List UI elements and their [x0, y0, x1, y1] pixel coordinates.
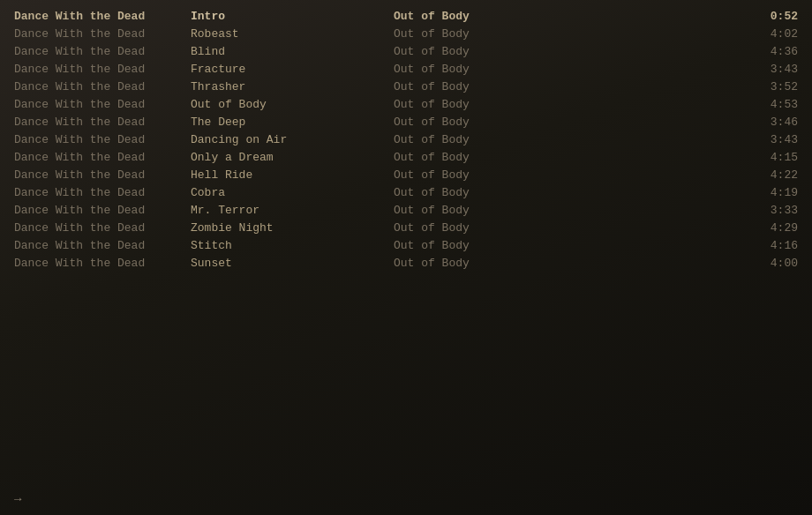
- table-row[interactable]: Dance With the DeadFractureOut of Body3:…: [0, 60, 812, 78]
- table-row[interactable]: Dance With the DeadMr. TerrorOut of Body…: [0, 201, 812, 219]
- track-album: Out of Body: [394, 204, 745, 217]
- table-row[interactable]: Dance With the DeadOnly a DreamOut of Bo…: [0, 148, 812, 166]
- track-artist: Dance With the Dead: [14, 116, 191, 129]
- track-artist: Dance With the Dead: [14, 239, 191, 252]
- track-duration: 3:43: [745, 63, 798, 76]
- track-duration: 4:19: [745, 186, 798, 199]
- table-row[interactable]: Dance With the DeadCobraOut of Body4:19: [0, 183, 812, 201]
- track-title: Fracture: [191, 63, 394, 76]
- track-album: Out of Body: [394, 98, 745, 111]
- track-title: Dancing on Air: [191, 133, 394, 146]
- track-artist: Dance With the Dead: [14, 63, 191, 76]
- track-album: Out of Body: [394, 257, 745, 270]
- track-artist: Dance With the Dead: [14, 27, 191, 41]
- track-duration: 3:46: [745, 116, 798, 129]
- track-artist: Dance With the Dead: [14, 221, 191, 235]
- track-title: Robeast: [191, 27, 394, 41]
- track-artist: Dance With the Dead: [14, 168, 191, 182]
- track-title: Zombie Night: [191, 221, 394, 235]
- track-duration: 4:15: [745, 151, 798, 164]
- track-album: Out of Body: [394, 151, 745, 164]
- track-title: Out of Body: [191, 98, 394, 111]
- track-duration: 3:33: [745, 204, 798, 217]
- table-row[interactable]: Dance With the DeadThrasherOut of Body3:…: [0, 78, 812, 95]
- header-artist: Dance With the Dead: [14, 10, 191, 23]
- track-artist: Dance With the Dead: [14, 98, 191, 111]
- track-list-header: Dance With the Dead Intro Out of Body 0:…: [0, 7, 812, 25]
- track-list: Dance With the Dead Intro Out of Body 0:…: [0, 0, 812, 279]
- track-title: Cobra: [191, 186, 394, 199]
- track-artist: Dance With the Dead: [14, 186, 191, 199]
- track-album: Out of Body: [394, 80, 745, 93]
- track-duration: 4:36: [745, 45, 798, 58]
- track-album: Out of Body: [394, 27, 745, 41]
- track-duration: 4:00: [745, 257, 798, 270]
- track-artist: Dance With the Dead: [14, 133, 191, 146]
- track-album: Out of Body: [394, 63, 745, 76]
- track-artist: Dance With the Dead: [14, 45, 191, 58]
- track-title: Sunset: [191, 257, 394, 270]
- track-artist: Dance With the Dead: [14, 80, 191, 93]
- table-row[interactable]: Dance With the DeadDancing on AirOut of …: [0, 131, 812, 148]
- track-duration: 4:02: [745, 27, 798, 41]
- track-album: Out of Body: [394, 186, 745, 199]
- track-duration: 4:29: [745, 221, 798, 235]
- table-row[interactable]: Dance With the DeadStitchOut of Body4:16: [0, 236, 812, 254]
- track-artist: Dance With the Dead: [14, 257, 191, 270]
- track-title: The Deep: [191, 116, 394, 129]
- header-duration: 0:52: [745, 10, 798, 23]
- table-row[interactable]: Dance With the DeadHell RideOut of Body4…: [0, 166, 812, 183]
- track-album: Out of Body: [394, 168, 745, 182]
- header-album: Out of Body: [394, 10, 745, 23]
- track-album: Out of Body: [394, 133, 745, 146]
- table-row[interactable]: Dance With the DeadRobeastOut of Body4:0…: [0, 25, 812, 42]
- track-album: Out of Body: [394, 45, 745, 58]
- track-duration: 4:22: [745, 168, 798, 182]
- track-title: Stitch: [191, 239, 394, 252]
- table-row[interactable]: Dance With the DeadZombie NightOut of Bo…: [0, 219, 812, 236]
- header-title: Intro: [191, 10, 394, 23]
- track-album: Out of Body: [394, 239, 745, 252]
- table-row[interactable]: Dance With the DeadSunsetOut of Body4:00: [0, 254, 812, 272]
- bottom-arrow-icon: →: [14, 492, 21, 506]
- track-album: Out of Body: [394, 116, 745, 129]
- track-duration: 4:53: [745, 98, 798, 111]
- track-duration: 3:52: [745, 80, 798, 93]
- track-title: Hell Ride: [191, 168, 394, 182]
- track-artist: Dance With the Dead: [14, 204, 191, 217]
- track-duration: 3:43: [745, 133, 798, 146]
- track-title: Only a Dream: [191, 151, 394, 164]
- track-title: Mr. Terror: [191, 204, 394, 217]
- track-artist: Dance With the Dead: [14, 151, 191, 164]
- table-row[interactable]: Dance With the DeadOut of BodyOut of Bod…: [0, 95, 812, 113]
- track-album: Out of Body: [394, 221, 745, 235]
- table-row[interactable]: Dance With the DeadBlindOut of Body4:36: [0, 42, 812, 60]
- track-title: Blind: [191, 45, 394, 58]
- table-row[interactable]: Dance With the DeadThe DeepOut of Body3:…: [0, 113, 812, 131]
- track-duration: 4:16: [745, 239, 798, 252]
- track-title: Thrasher: [191, 80, 394, 93]
